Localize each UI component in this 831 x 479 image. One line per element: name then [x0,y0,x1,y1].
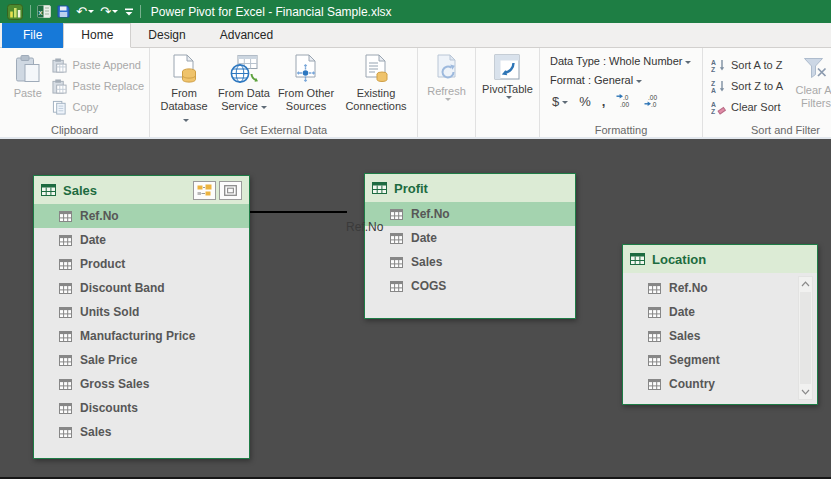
percent-format-button[interactable]: % [579,95,591,108]
save-icon[interactable] [57,5,70,18]
scrollbar-thumb[interactable] [800,292,811,384]
paste-replace-button[interactable]: Paste Replace [49,76,147,96]
from-data-service-button[interactable]: From Data Service [214,52,274,115]
field-icon [59,355,72,366]
table-field[interactable]: Units Sold [34,300,249,324]
relationship-line[interactable] [250,211,347,213]
refresh-button[interactable]: Refresh [424,52,469,103]
tab-design[interactable]: Design [131,23,202,48]
sort-z-to-a-button[interactable]: ZA Sort Z to A [708,76,786,96]
field-icon [390,209,403,220]
relationship-label: Ref.No [346,220,383,234]
existing-connections-button[interactable]: Existing Connections [338,52,414,115]
table-field[interactable]: Ref.No [365,202,575,226]
table-header-sales[interactable]: Sales [34,176,249,204]
field-icon [390,257,403,268]
diagram-table-profit[interactable]: Profit Ref.No Date Sales COGS [364,173,576,319]
table-field[interactable]: Discount Band [34,276,249,300]
field-icon [648,355,661,366]
field-icon [648,307,661,318]
refresh-label: Refresh [427,85,466,98]
field-icon [390,233,403,244]
from-other-sources-icon [292,54,320,84]
create-hierarchy-icon [197,184,212,197]
copy-button[interactable]: Copy [49,97,147,117]
table-field[interactable]: Sales [623,324,817,348]
dropdown-arrow-icon [685,61,691,64]
pivottable-label: PivotTable [482,83,533,96]
table-field[interactable]: Product [34,252,249,276]
paste-button[interactable]: Paste [6,52,49,102]
format-dropdown[interactable]: Format : General [550,74,691,86]
dropdown-arrow-icon [562,101,568,104]
group-sort-and-filter: AZ Sort A to Z ZA Sort Z to A AZ Clear S… [703,48,831,137]
location-scrollbar[interactable] [798,276,813,400]
data-type-dropdown[interactable]: Data Type : Whole Number [550,55,691,67]
from-data-service-label-1: From Data [218,87,270,100]
scroll-down-icon[interactable] [799,385,812,399]
table-header-location[interactable]: Location [623,245,817,273]
table-field[interactable]: Ref.No [623,276,817,300]
diagram-table-location[interactable]: Location Ref.No Date Sales Segment Count… [622,244,818,405]
scroll-up-icon[interactable] [799,277,812,291]
table-field[interactable]: Date [365,226,575,250]
tab-home[interactable]: Home [63,23,131,48]
table-field[interactable]: Gross Sales [34,372,249,396]
field-icon [59,307,72,318]
table-field[interactable]: Ref.No [34,204,249,228]
ribbon-tabs: File Home Design Advanced [0,23,831,48]
table-field[interactable]: Segment [623,348,817,372]
clear-sort-button[interactable]: AZ Clear Sort [708,97,786,117]
redo-icon[interactable]: ↷ [100,5,118,18]
from-database-button[interactable]: From Database [154,52,214,129]
decrease-decimal-button[interactable]: .00.0 [644,93,661,110]
from-database-label-1: From [171,87,197,100]
table-field[interactable]: Date [623,300,817,324]
table-field[interactable]: Country [623,372,817,396]
currency-format-button[interactable]: $ [552,94,568,109]
diagram-table-sales[interactable]: Sales Ref.No Date Product Discount Band … [33,175,250,459]
customize-quick-access-icon[interactable] [124,7,134,17]
from-database-icon [170,54,198,84]
table-name: Profit [394,181,428,196]
table-field[interactable]: Date [34,228,249,252]
tab-advanced[interactable]: Advanced [203,23,290,48]
table-field[interactable]: Sales [365,250,575,274]
table-field[interactable]: Sales [34,420,249,444]
undo-dropdown-icon[interactable] [88,10,94,13]
existing-connections-icon [362,54,390,84]
dropdown-arrow-icon [636,80,642,83]
paste-append-button[interactable]: Paste Append [49,55,147,75]
increase-decimal-icon: .0.00 [616,93,633,107]
svg-text:.0: .0 [623,94,629,101]
group-refresh: Refresh [418,48,476,137]
from-other-sources-button[interactable]: From Other Sources [274,52,338,115]
tab-file[interactable]: File [2,23,63,48]
redo-dropdown-icon[interactable] [112,10,118,13]
field-icon [648,331,661,342]
maximize-table-button[interactable] [219,181,242,200]
table-header-profit[interactable]: Profit [365,174,575,202]
undo-icon[interactable]: ↶ [76,5,94,18]
field-icon [59,283,72,294]
clear-all-filters-button[interactable]: Clear All Filters [788,54,831,112]
group-label-formatting: Formatting [540,124,702,136]
table-field[interactable]: Sale Price [34,348,249,372]
table-field[interactable]: Manufacturing Price [34,324,249,348]
table-field[interactable]: COGS [365,274,575,298]
thousands-separator-button[interactable]: , [602,95,606,108]
increase-decimal-button[interactable]: .0.00 [616,93,633,110]
table-field[interactable]: Discounts [34,396,249,420]
excel-workbook-icon[interactable]: x [37,5,51,18]
field-icon [59,427,72,438]
sort-a-to-z-label: Sort A to Z [731,59,782,71]
group-pivottable: PivotTable [476,48,540,137]
create-hierarchy-button[interactable] [193,181,216,200]
sort-a-to-z-button[interactable]: AZ Sort A to Z [708,55,786,75]
pivottable-button[interactable]: PivotTable [479,52,536,101]
titlebar-separator [140,5,141,18]
ribbon: Paste Paste Append Paste Replace Copy Cl… [0,48,831,139]
field-icon [59,379,72,390]
svg-text:.00: .00 [620,101,629,108]
field-icon [59,235,72,246]
